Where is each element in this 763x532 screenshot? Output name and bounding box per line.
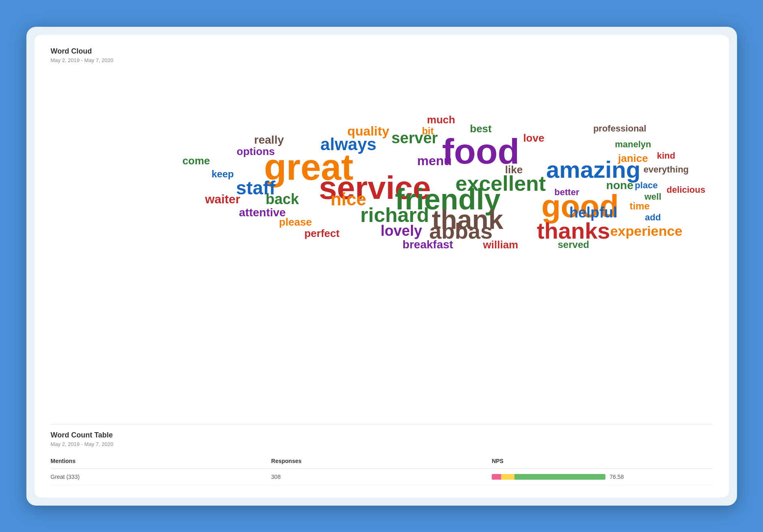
- word-experience: experience: [610, 224, 683, 238]
- nps-bar-yellow: [501, 474, 515, 480]
- inner-container: Word Cloud May 2, 2019 - May 7, 2020 gre…: [35, 35, 729, 498]
- word-perfect: perfect: [304, 228, 339, 239]
- word-bit: bit: [422, 126, 434, 136]
- word-lovely: lovely: [380, 224, 422, 238]
- col-mentions: Mentions: [51, 458, 271, 464]
- word-time: time: [630, 201, 650, 211]
- word-cloud-title: Word Cloud: [51, 47, 713, 56]
- nps-bar-red: [492, 474, 501, 480]
- word-none: none: [606, 180, 633, 191]
- word-cloud-date: May 2, 2019 - May 7, 2020: [51, 57, 713, 63]
- word-cloud-section: Word Cloud May 2, 2019 - May 7, 2020 gre…: [51, 47, 713, 416]
- word-please: please: [279, 217, 312, 227]
- word-best: best: [470, 123, 491, 134]
- word-place: place: [635, 181, 657, 190]
- word-nice: nice: [331, 190, 366, 208]
- cell-mention: Great (333): [51, 474, 271, 480]
- word-waiter: waiter: [205, 193, 240, 205]
- section-divider: [51, 424, 713, 424]
- cell-nps: 76.58: [492, 474, 712, 480]
- word-keep: keep: [212, 169, 234, 179]
- word-love: love: [523, 133, 544, 143]
- col-responses: Responses: [271, 458, 492, 464]
- word-options: options: [237, 146, 275, 157]
- word-quality: quality: [347, 125, 389, 138]
- word-professional: professional: [593, 124, 646, 133]
- nps-bar-green: [514, 474, 605, 480]
- table-header: Mentions Responses NPS: [51, 454, 713, 469]
- word-always: always: [320, 136, 376, 153]
- word-helpful: helpful: [569, 205, 617, 220]
- word-like: like: [505, 164, 523, 175]
- word-better: better: [554, 188, 579, 197]
- word-back: back: [266, 192, 299, 207]
- word-much: much: [427, 114, 455, 125]
- cell-responses: 308: [271, 474, 492, 480]
- word-count-table-title: Word Count Table: [51, 431, 713, 439]
- word-menu: menu: [417, 154, 452, 167]
- col-nps: NPS: [492, 458, 712, 464]
- word-kind: kind: [657, 151, 675, 160]
- word-excellent: excellent: [456, 173, 546, 194]
- word-breakfast: breakfast: [402, 239, 453, 250]
- word-cloud-area: greatfoodservicefriendlygoodamazingthank…: [51, 70, 713, 297]
- word-manelyn: manelyn: [615, 140, 651, 149]
- word-delicious: delicious: [667, 185, 705, 194]
- nps-value: 76.58: [610, 474, 624, 480]
- word-janice: janice: [618, 153, 648, 164]
- word-count-table-date: May 2, 2019 - May 7, 2020: [51, 441, 713, 447]
- word-william: william: [483, 239, 519, 250]
- word-add: add: [645, 213, 661, 222]
- word-really: really: [254, 134, 284, 146]
- word-everything: everything: [644, 165, 689, 174]
- word-served: served: [558, 240, 589, 250]
- word-count-section: Word Count Table May 2, 2019 - May 7, 20…: [51, 431, 713, 485]
- outer-container: Word Cloud May 2, 2019 - May 7, 2020 gre…: [26, 27, 737, 506]
- nps-bar: [492, 474, 605, 480]
- word-come: come: [182, 155, 210, 166]
- table-row: Great (333) 308 76.58: [51, 469, 713, 485]
